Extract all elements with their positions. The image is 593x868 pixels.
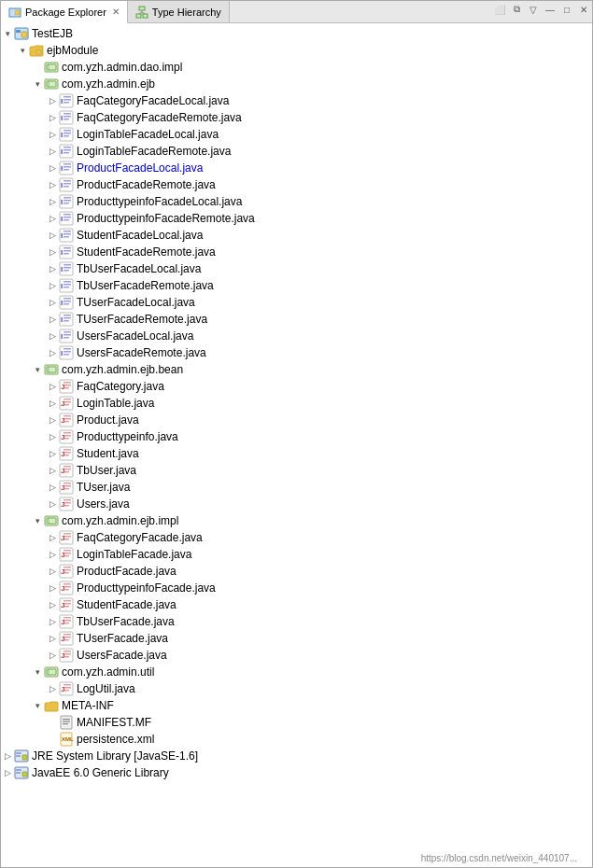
expand-arrow[interactable]: ▷: [46, 96, 59, 105]
toolbar-btn-menu[interactable]: ▽: [525, 1, 542, 18]
tree-item[interactable]: ▷ J FaqCategory.java: [1, 378, 592, 395]
expand-arrow[interactable]: ▷: [46, 684, 59, 693]
tree-item[interactable]: ▷ I TbUserFacadeLocal.java: [1, 260, 592, 277]
tree-item[interactable]: ▷ I ProducttypeinfoFacadeRemote.java: [1, 210, 592, 227]
tab-close-package-explorer[interactable]: ✕: [112, 7, 120, 17]
tree-item[interactable]: ▷ I TUserFacadeRemote.java: [1, 311, 592, 328]
expand-arrow[interactable]: ▾: [1, 29, 14, 38]
expand-arrow[interactable]: ▷: [46, 567, 59, 576]
expand-arrow[interactable]: ▷: [46, 415, 59, 425]
expand-arrow[interactable]: ▷: [46, 651, 59, 660]
tree-item[interactable]: ▾ TestEJB: [1, 25, 592, 42]
tab-type-hierarchy[interactable]: Type Hierarchy: [128, 1, 230, 22]
svg-rect-82: [64, 303, 69, 305]
tree-item[interactable]: ▷ J FaqCategoryFacade.java: [1, 529, 592, 546]
expand-arrow[interactable]: ▷: [46, 231, 59, 240]
tree-item[interactable]: ▷ I LoginTableFacadeRemote.java: [1, 143, 592, 160]
tree-item[interactable]: ▾ ejbModule: [1, 42, 592, 59]
expand-arrow[interactable]: ▾: [31, 365, 44, 374]
tree-item[interactable]: ▷ J TUser.java: [1, 479, 592, 496]
tree-item[interactable]: ▾ com.yzh.admin.util: [1, 664, 592, 680]
expand-arrow[interactable]: ▷: [46, 180, 59, 189]
tree-item[interactable]: ▷ I TUserFacadeLocal.java: [1, 294, 592, 311]
tree-item[interactable]: ▷ J LoginTableFacade.java: [1, 546, 592, 563]
tree-item[interactable]: ▷ I ProductFacadeLocal.java: [1, 160, 592, 176]
expand-arrow[interactable]: ▷: [46, 281, 59, 290]
toolbar-btn-minimize2[interactable]: —: [542, 1, 558, 18]
item-label: StudentFacadeRemote.java: [77, 245, 216, 259]
expand-arrow[interactable]: ▷: [46, 634, 59, 643]
expand-arrow[interactable]: ▷: [46, 298, 59, 307]
expand-arrow[interactable]: ▷: [46, 315, 59, 324]
expand-arrow[interactable]: ▷: [46, 382, 59, 391]
expand-arrow[interactable]: ▷: [46, 483, 59, 492]
tree-item[interactable]: ▾ com.yzh.admin.ejb.impl: [1, 512, 592, 529]
expand-arrow[interactable]: ▷: [46, 163, 59, 173]
expand-arrow[interactable]: ▷: [46, 617, 59, 626]
expand-arrow[interactable]: ▷: [46, 247, 59, 257]
expand-arrow[interactable]: ▷: [1, 768, 14, 777]
tree-item[interactable]: ▾ META-INF: [1, 697, 592, 714]
tree-item[interactable]: ▷ I StudentFacadeLocal.java: [1, 227, 592, 244]
tree-item[interactable]: ▾ com.yzh.admin.ejb.bean: [1, 361, 592, 378]
expand-arrow[interactable]: ▷: [46, 432, 59, 441]
tree-item[interactable]: ▷ I UsersFacadeLocal.java: [1, 328, 592, 344]
tree-item[interactable]: ▷ I StudentFacadeRemote.java: [1, 244, 592, 260]
expand-arrow[interactable]: ▾: [31, 79, 44, 89]
tree-item[interactable]: ▷ I LoginTableFacadeLocal.java: [1, 126, 592, 143]
expand-arrow[interactable]: ▾: [31, 667, 44, 677]
expand-arrow[interactable]: ▾: [16, 46, 29, 55]
tree-item[interactable]: ▷ JRE System Library [JavaSE-1.6]: [1, 748, 592, 764]
expand-arrow[interactable]: ▷: [46, 399, 59, 408]
expand-arrow[interactable]: ▷: [46, 600, 59, 609]
tree-item[interactable]: ▷ J Producttypeinfo.java: [1, 428, 592, 445]
tree-item[interactable]: ▷ I TbUserFacadeRemote.java: [1, 277, 592, 294]
tree-item[interactable]: ▷ J TUserFacade.java: [1, 630, 592, 647]
tree-item[interactable]: ▷ J TbUser.java: [1, 462, 592, 479]
tree-item[interactable]: ▷ I FaqCategoryFacadeRemote.java: [1, 109, 592, 126]
expand-arrow[interactable]: ▷: [46, 147, 59, 156]
expand-arrow[interactable]: ▷: [46, 499, 59, 509]
tree-item[interactable]: ▷ J LoginTable.java: [1, 395, 592, 412]
tree-item[interactable]: ▷ J Product.java: [1, 412, 592, 428]
expand-arrow[interactable]: ▷: [46, 331, 59, 341]
expand-arrow[interactable]: ▷: [46, 449, 59, 458]
tree-item[interactable]: ▷ I ProductFacadeRemote.java: [1, 176, 592, 193]
expand-arrow[interactable]: ▷: [46, 583, 59, 593]
toolbar-btn-stack[interactable]: ⧉: [508, 1, 525, 18]
expand-arrow[interactable]: ▷: [46, 533, 59, 542]
toolbar-btn-close[interactable]: ✕: [575, 1, 592, 18]
tree-item[interactable]: ▷ J Users.java: [1, 496, 592, 512]
expand-arrow[interactable]: ▷: [46, 197, 59, 206]
tree-item[interactable]: ▷ I UsersFacadeRemote.java: [1, 344, 592, 361]
tree-item[interactable]: MANIFEST.MF: [1, 714, 592, 731]
tree-item[interactable]: ▷ I ProducttypeinfoFacadeLocal.java: [1, 193, 592, 210]
java-icon: J: [59, 379, 74, 394]
tree-item[interactable]: ▾ com.yzh.admin.ejb: [1, 76, 592, 92]
expand-arrow[interactable]: ▷: [1, 751, 14, 761]
expand-arrow[interactable]: ▷: [46, 264, 59, 273]
tree-item[interactable]: ▷ J UsersFacade.java: [1, 647, 592, 664]
tab-package-explorer[interactable]: Package Explorer ✕: [1, 1, 128, 23]
expand-arrow[interactable]: ▷: [46, 466, 59, 475]
tree-item[interactable]: ▷ I FaqCategoryFacadeLocal.java: [1, 92, 592, 109]
expand-arrow[interactable]: ▷: [46, 130, 59, 139]
tree-item[interactable]: com.yzh.admin.dao.impl: [1, 59, 592, 76]
expand-arrow[interactable]: ▷: [46, 113, 59, 122]
tree-item[interactable]: ▷ J LogUtil.java: [1, 680, 592, 697]
expand-arrow[interactable]: ▾: [31, 701, 44, 710]
tree-item[interactable]: ▷ JavaEE 6.0 Generic Library: [1, 764, 592, 781]
tree-item[interactable]: ▷ J ProductFacade.java: [1, 563, 592, 580]
toolbar-btn-maximize[interactable]: □: [558, 1, 575, 18]
expand-arrow[interactable]: ▷: [46, 348, 59, 357]
tree-item[interactable]: ▷ J TbUserFacade.java: [1, 613, 592, 630]
tree-item[interactable]: XML persistence.xml: [1, 731, 592, 748]
expand-arrow[interactable]: ▾: [31, 516, 44, 525]
expand-arrow[interactable]: ▷: [46, 214, 59, 223]
expand-arrow[interactable]: ▷: [46, 550, 59, 559]
svg-text:J: J: [61, 635, 64, 643]
tree-item[interactable]: ▷ J ProducttypeinfoFacade.java: [1, 580, 592, 596]
tree-item[interactable]: ▷ J Student.java: [1, 445, 592, 462]
tree-item[interactable]: ▷ J StudentFacade.java: [1, 596, 592, 613]
toolbar-btn-minimize[interactable]: ⬜: [491, 1, 508, 18]
